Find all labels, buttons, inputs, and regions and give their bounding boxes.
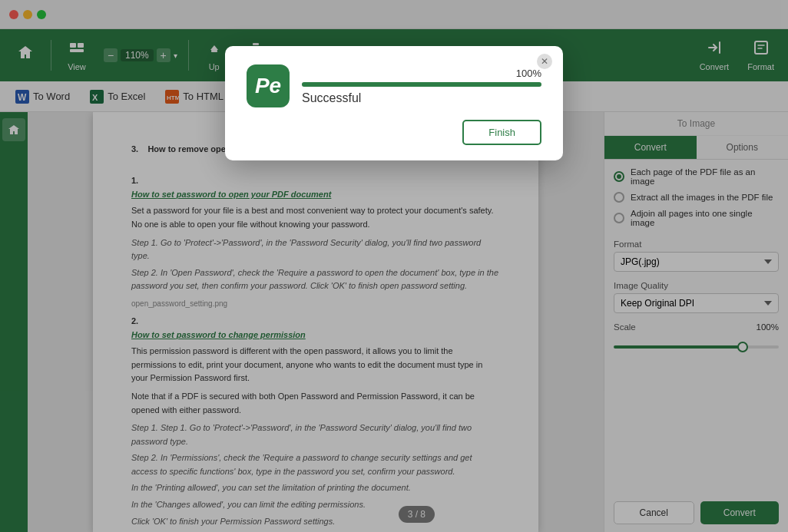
progress-bar-background [302,82,541,87]
progress-bar-fill [302,82,541,87]
modal-header: Pe 100% Successful [247,64,541,107]
app-logo: Pe [247,64,290,107]
success-text: Successful [302,91,541,105]
progress-percent: 100% [302,68,541,79]
modal-footer: Finish [247,120,541,145]
modal-close-button[interactable]: ✕ [537,54,552,69]
success-modal: ✕ Pe 100% Successful Finish [225,46,563,160]
modal-title-area: 100% Successful [302,68,541,105]
modal-overlay: ✕ Pe 100% Successful Finish [0,0,788,532]
finish-button[interactable]: Finish [462,120,541,145]
app-window: View − 110% + ▾ Up [0,0,788,532]
logo-text: Pe [255,74,281,98]
